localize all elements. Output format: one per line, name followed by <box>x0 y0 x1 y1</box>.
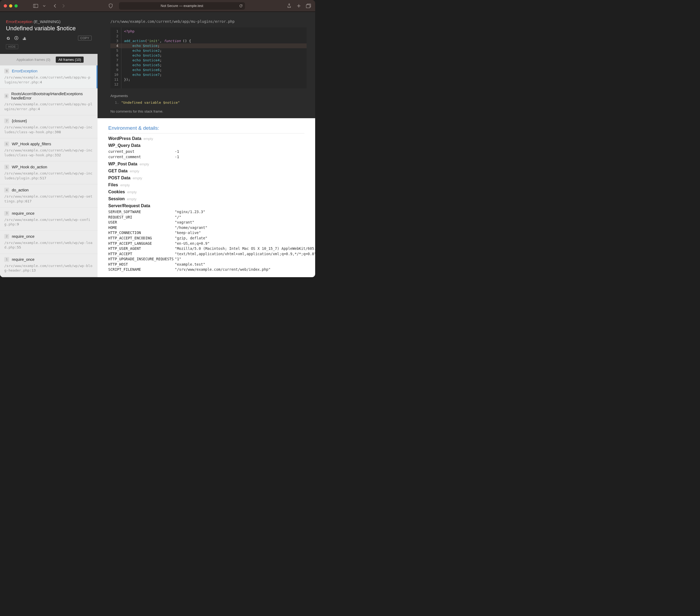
tab-overview-icon[interactable] <box>305 3 311 9</box>
frame-number: 3 <box>4 211 9 216</box>
new-tab-icon[interactable] <box>296 3 302 9</box>
env-key: SCRIPT_FILENAME <box>108 267 175 272</box>
back-button[interactable] <box>52 3 58 9</box>
address-bar[interactable]: Not Secure — example.test <box>119 2 245 10</box>
stack-frame[interactable]: 2 require_once /srv/www/example.com/curr… <box>0 231 98 254</box>
reload-icon[interactable] <box>239 4 243 8</box>
hide-button[interactable]: HIDE <box>6 44 18 49</box>
frame-title: Roots\Acorn\Bootstrap\HandleExceptions h… <box>11 92 93 100</box>
error-header: ErrorException (E_WARNING) Undefined var… <box>0 12 98 54</box>
env-row: REQUEST_URI"/" <box>108 215 304 220</box>
env-key: current_comment <box>108 155 175 160</box>
tab-application-frames[interactable]: Application frames (0) <box>14 57 53 63</box>
frame-title: do_action <box>12 188 29 192</box>
environment-details[interactable]: Environment & details: WordPress Data em… <box>98 118 315 277</box>
no-comments-text: No comments for this stack frame. <box>110 109 307 113</box>
env-key: REQUEST_URI <box>108 215 175 220</box>
env-empty-label: empty <box>143 137 153 141</box>
env-key: SERVER_SOFTWARE <box>108 209 175 215</box>
env-section-title: Session <box>108 197 125 201</box>
env-section-title: WordPress Data <box>108 136 141 141</box>
stack-frame[interactable]: 3 require_once /srv/www/example.com/curr… <box>0 208 98 231</box>
address-text: Not Secure — example.test <box>161 4 203 8</box>
frames-list[interactable]: 9 ErrorException /srv/www/example.com/cu… <box>0 65 98 277</box>
env-value: "/" <box>175 215 181 220</box>
maximize-window-button[interactable] <box>14 4 18 8</box>
env-section-title: Cookies <box>108 189 125 194</box>
env-value: "en-US,en;q=0.9" <box>175 241 210 246</box>
frame-title: require_once <box>12 257 35 262</box>
stack-frame[interactable]: 6 WP_Hook apply_filters /srv/www/example… <box>0 138 98 161</box>
shield-icon[interactable] <box>108 3 114 9</box>
env-row: SCRIPT_FILENAME"/srv/www/example.com/cur… <box>108 267 304 272</box>
minimize-window-button[interactable] <box>9 4 12 8</box>
details-panel: /srv/www/example.com/current/web/app/mu-… <box>98 12 315 277</box>
frame-path: /srv/www/example.com/current/web/wp/wp-i… <box>4 171 93 181</box>
env-section-title: POST Data <box>108 175 130 180</box>
code-panel: /srv/www/example.com/current/web/app/mu-… <box>98 12 315 118</box>
frame-number: 7 <box>4 119 9 123</box>
env-key: HTTP_ACCEPT <box>108 251 175 257</box>
share-icon[interactable] <box>286 3 292 9</box>
argument-item: "Undefined variable $notice" <box>121 100 307 104</box>
stack-frame[interactable]: 7 {closure} /srv/www/example.com/current… <box>0 115 98 138</box>
stack-frame[interactable]: 8 Roots\Acorn\Bootstrap\HandleExceptions… <box>0 88 98 115</box>
env-section: Session empty <box>108 197 304 201</box>
google-search-icon[interactable]: G <box>6 36 11 40</box>
copy-button[interactable]: COPY <box>78 36 92 40</box>
env-section: WordPress Data empty <box>108 136 304 141</box>
stackoverflow-search-icon[interactable] <box>22 36 27 40</box>
frame-number: 8 <box>4 94 9 98</box>
code-block: 123456789101112 <?php add_action('init',… <box>110 27 307 88</box>
stack-frame[interactable]: 5 WP_Hook do_action /srv/www/example.com… <box>0 161 98 184</box>
env-section-title: WP_Query Data <box>108 143 140 148</box>
source-code: <?php add_action('init', function () { e… <box>121 27 307 88</box>
frame-title: {closure} <box>12 119 27 123</box>
env-key: current_post <box>108 149 175 155</box>
env-row: current_post-1 <box>108 149 304 155</box>
stack-frame[interactable]: 4 do_action /srv/www/example.com/current… <box>0 184 98 208</box>
env-value: "text/html,application/xhtml+xml,applica… <box>175 251 315 257</box>
stack-frame[interactable]: 9 ErrorException /srv/www/example.com/cu… <box>0 65 98 88</box>
env-section-title: GET Data <box>108 169 127 173</box>
close-window-button[interactable] <box>4 4 7 8</box>
env-row: HTTP_ACCEPT_LANGUAGE"en-US,en;q=0.9" <box>108 241 304 246</box>
svg-rect-3 <box>306 4 310 8</box>
sidebar-toggle-icon[interactable] <box>33 3 39 9</box>
frame-number: 2 <box>4 234 9 239</box>
frame-title: require_once <box>12 234 35 238</box>
exception-message: Undefined variable $notice <box>6 25 92 32</box>
env-value: "/home/vagrant" <box>175 225 208 231</box>
env-row: HTTP_ACCEPT"text/html,application/xhtml+… <box>108 251 304 257</box>
frame-number: 6 <box>4 141 9 146</box>
frame-path: /srv/www/example.com/current/web/app/mu-… <box>4 75 92 84</box>
frame-number: 1 <box>4 257 9 262</box>
env-row: HTTP_CONNECTION"keep-alive" <box>108 230 304 236</box>
env-key: HTTP_CONNECTION <box>108 230 175 236</box>
stack-frame[interactable]: 1 require_once /srv/www/example.com/curr… <box>0 254 98 277</box>
frame-number: 9 <box>4 69 9 73</box>
forward-button[interactable] <box>61 3 66 9</box>
arguments-heading: Arguments <box>110 94 307 98</box>
exception-class: ErrorException <box>6 19 33 24</box>
env-value: "Mozilla/5.0 (Macintosh; Intel Mac OS X … <box>175 246 315 251</box>
env-key: HTTP_UPGRADE_INSECURE_REQUESTS <box>108 257 175 262</box>
frame-title: WP_Hook apply_filters <box>12 142 51 146</box>
line-numbers: 123456789101112 <box>110 27 121 88</box>
duckduckgo-search-icon[interactable] <box>14 36 19 40</box>
stack-frame[interactable]: 0 require /srv/www/example.com/current/w… <box>0 277 98 277</box>
env-value: "/srv/www/example.com/current/web/index.… <box>175 267 271 272</box>
env-value: "vagrant" <box>175 220 194 225</box>
env-section-title: WP_Post Data <box>108 162 137 166</box>
exception-level: (E_WARNING) <box>34 19 60 24</box>
env-section: POST Data empty <box>108 175 304 181</box>
chevron-down-icon[interactable] <box>41 3 47 9</box>
frame-path: /srv/www/example.com/current/web/app/mu-… <box>4 102 93 111</box>
env-section: Server/Request DataSERVER_SOFTWARE"nginx… <box>108 204 304 272</box>
env-key: HTTP_HOST <box>108 262 175 267</box>
frame-filter-tabs: Application frames (0) All frames (10) <box>0 54 98 65</box>
env-value: -1 <box>175 149 179 155</box>
tab-all-frames[interactable]: All frames (10) <box>56 57 84 63</box>
env-row: USER"vagrant" <box>108 220 304 225</box>
env-key: HTTP_ACCEPT_LANGUAGE <box>108 241 175 246</box>
